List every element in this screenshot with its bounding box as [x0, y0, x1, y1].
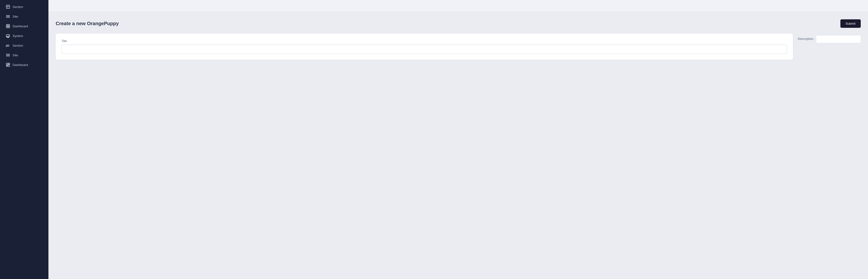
section-cloud-icon	[6, 43, 10, 48]
sidebar-item-site-1[interactable]: Site	[1, 12, 47, 21]
section-icon	[6, 5, 10, 9]
svg-rect-6	[6, 25, 8, 26]
sidebar-item-dashboard-1[interactable]: Dashboard	[1, 22, 47, 31]
sidebar-item-section-2-label: Section	[12, 44, 23, 47]
dashboard-icon-2	[6, 63, 10, 67]
page-title: Create a new OrangePuppy	[56, 21, 119, 26]
svg-rect-18	[8, 63, 10, 64]
sidebar-item-dashboard-2[interactable]: Dashboard	[1, 60, 47, 69]
form-row: Title Description	[56, 34, 861, 60]
site-icon	[6, 14, 10, 19]
content-area: Create a new OrangePuppy Submit Title De…	[49, 12, 868, 279]
sidebar-item-site-2[interactable]: Site	[1, 50, 47, 60]
sidebar-item-dashboard-1-label: Dashboard	[12, 25, 28, 28]
sidebar-item-site-1-label: Site	[12, 15, 18, 19]
svg-rect-20	[8, 65, 10, 67]
system-icon	[6, 34, 10, 38]
sidebar-item-section-1-label: Section	[12, 5, 23, 9]
description-panel: Description	[798, 34, 861, 43]
sidebar: Section Site Dashboard	[0, 0, 49, 279]
description-input[interactable]	[816, 35, 861, 43]
site-icon-2	[6, 53, 10, 57]
sidebar-item-system-1-label: System	[12, 34, 23, 38]
svg-rect-8	[6, 26, 8, 28]
description-label: Description	[798, 35, 813, 41]
svg-rect-10	[6, 35, 9, 37]
title-card: Title	[56, 34, 793, 60]
svg-rect-7	[8, 25, 10, 26]
title-field: Title	[62, 39, 787, 54]
dashboard-icon	[6, 24, 10, 28]
submit-button[interactable]: Submit	[840, 19, 861, 28]
sidebar-item-dashboard-2-label: Dashboard	[12, 63, 28, 67]
svg-rect-9	[8, 26, 10, 28]
title-label: Title	[62, 39, 787, 43]
sidebar-item-section-1[interactable]: Section	[1, 2, 47, 11]
main-content: Create a new OrangePuppy Submit Title De…	[49, 0, 868, 279]
sidebar-item-system-1[interactable]: System	[1, 31, 47, 40]
page-header: Create a new OrangePuppy Submit	[56, 19, 861, 28]
svg-rect-19	[6, 65, 8, 67]
svg-rect-17	[6, 63, 8, 65]
title-input[interactable]	[62, 45, 787, 54]
sidebar-item-site-2-label: Site	[12, 54, 18, 57]
sidebar-item-section-2[interactable]: Section	[1, 41, 47, 50]
svg-rect-0	[6, 5, 10, 8]
topbar	[49, 0, 868, 12]
